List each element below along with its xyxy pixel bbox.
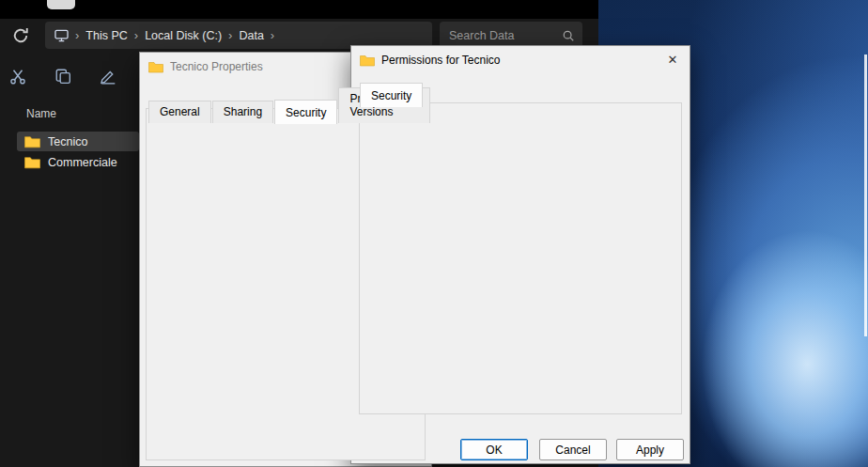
copy-icon[interactable] (54, 68, 71, 85)
file-row-tecnico[interactable]: Tecnico (17, 132, 139, 151)
dialog-title: Permissions for Tecnico (381, 54, 501, 67)
command-bar (9, 68, 116, 85)
file-name: Tecnico (48, 135, 87, 148)
apply-button[interactable]: Apply (616, 439, 684, 460)
refresh-icon[interactable] (11, 26, 30, 45)
explorer-tab-stub[interactable] (47, 0, 75, 9)
file-name: Commerciale (48, 156, 117, 169)
this-pc-icon[interactable] (54, 29, 69, 42)
breadcrumb-item-data[interactable]: Data (239, 29, 263, 42)
tab-sharing[interactable]: Sharing (212, 101, 273, 123)
chevron-right-icon: › (134, 28, 138, 42)
column-header-name[interactable]: Name (26, 107, 56, 120)
ok-button[interactable]: OK (460, 439, 528, 460)
cancel-button[interactable]: Cancel (539, 439, 607, 460)
chevron-right-icon: › (228, 28, 232, 42)
file-row-commerciale[interactable]: Commerciale (17, 152, 139, 172)
background-window-edge (864, 54, 867, 336)
chevron-right-icon: › (271, 28, 274, 42)
folder-icon (24, 156, 40, 169)
folder-icon (24, 135, 40, 148)
screen: › This PC › Local Disk (C:) › Data › (0, 0, 868, 467)
explorer-titlebar (0, 0, 598, 19)
folder-icon (360, 54, 375, 67)
dialog-title: Tecnico Properties (170, 60, 263, 73)
folder-icon (148, 61, 163, 73)
breadcrumb-item-local-disk[interactable]: Local Disk (C:) (145, 29, 222, 42)
tab-security[interactable]: Security (360, 83, 423, 107)
search-icon[interactable] (562, 29, 575, 42)
cut-icon[interactable] (9, 68, 26, 85)
chevron-right-icon: › (75, 28, 79, 42)
tab-general[interactable]: General (148, 101, 211, 123)
tab-security[interactable]: Security (274, 100, 337, 124)
breadcrumb-item-this-pc[interactable]: This PC (85, 29, 127, 42)
rename-icon[interactable] (100, 68, 116, 85)
close-icon[interactable]: ✕ (657, 47, 689, 71)
permissions-dialog-titlebar[interactable]: Permissions for Tecnico (351, 46, 690, 74)
permissions-tabs: Security (360, 82, 424, 106)
search-input[interactable] (449, 29, 562, 42)
security-tab-page (359, 102, 682, 414)
